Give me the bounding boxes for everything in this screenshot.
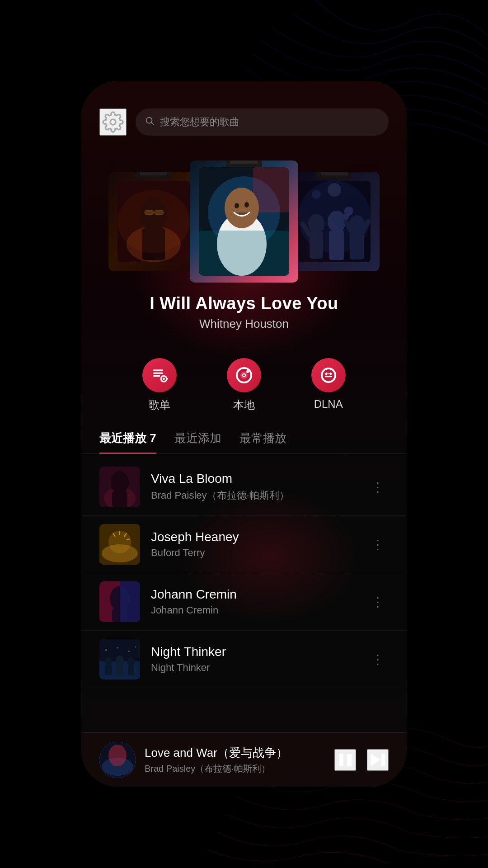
tab-recent-count: 7 xyxy=(150,431,156,445)
now-playing-info: I Will Always Love You Whitney Houston xyxy=(131,285,357,335)
song-more-1[interactable]: ⋮ xyxy=(367,475,389,499)
svg-point-0 xyxy=(110,119,116,125)
settings-button[interactable] xyxy=(99,108,127,136)
svg-point-74 xyxy=(128,651,130,652)
svg-rect-25 xyxy=(329,231,344,260)
song-info-1: Viva La Bloom Brad Paisley（布拉德·帕斯利） xyxy=(151,472,356,502)
pause-button[interactable] xyxy=(334,749,356,771)
svg-rect-18 xyxy=(199,231,289,276)
playlist-icon-circle xyxy=(142,358,177,392)
song-thumbnail-4 xyxy=(99,639,140,679)
svg-point-54 xyxy=(102,544,138,562)
svg-rect-83 xyxy=(381,754,385,766)
local-icon-circle xyxy=(227,358,261,392)
phone-content: 搜索您想要的歌曲 xyxy=(81,81,407,787)
now-playing-artist: Brad Paisley（布拉德·帕斯利） xyxy=(145,763,325,775)
featured-song-artist: Whitney Houston xyxy=(150,317,338,331)
svg-line-2 xyxy=(151,123,154,125)
song-thumbnail-1 xyxy=(99,467,140,507)
list-item[interactable]: Viva La Bloom Brad Paisley（布拉德·帕斯利） ⋮ xyxy=(81,458,407,516)
album-art-center xyxy=(190,160,298,283)
list-item[interactable]: Joseph Heaney Buford Terry ⋮ xyxy=(81,516,407,573)
song-artist-4: Night Thinker xyxy=(151,662,356,674)
tab-most-label: 最常播放 xyxy=(239,431,286,445)
svg-point-33 xyxy=(312,190,321,199)
search-placeholder-text: 搜索您想要的歌曲 xyxy=(160,115,239,129)
nav-local[interactable]: 本地 xyxy=(227,358,261,412)
song-more-3[interactable]: ⋮ xyxy=(367,590,389,614)
svg-point-50 xyxy=(111,471,129,494)
svg-point-45 xyxy=(246,370,249,373)
svg-rect-29 xyxy=(350,233,364,259)
now-playing-song-info: Love and War（爱与战争） Brad Paisley（布拉德·帕斯利） xyxy=(145,745,325,775)
vinyl-carousel xyxy=(90,158,398,285)
svg-rect-35 xyxy=(153,373,163,374)
search-icon xyxy=(145,116,155,128)
svg-rect-36 xyxy=(153,375,160,377)
tab-most[interactable]: 最常播放 xyxy=(239,430,286,453)
search-bar[interactable]: 搜索您想要的歌曲 xyxy=(136,108,389,136)
svg-point-15 xyxy=(225,188,259,228)
svg-point-47 xyxy=(323,369,334,381)
svg-point-38 xyxy=(163,378,165,380)
svg-marker-82 xyxy=(371,754,380,766)
song-artist-1: Brad Paisley（布拉德·帕斯利） xyxy=(151,489,356,502)
song-thumbnail-3 xyxy=(99,581,140,622)
svg-point-21 xyxy=(308,214,324,234)
song-more-2[interactable]: ⋮ xyxy=(367,533,389,557)
nav-playlist[interactable]: 歌单 xyxy=(142,358,177,412)
vinyl-card-right[interactable] xyxy=(289,172,380,271)
tab-recent[interactable]: 最近播放 7 xyxy=(99,430,156,453)
list-item[interactable]: Johann Cremin Johann Cremin ⋮ xyxy=(81,573,407,631)
svg-point-17 xyxy=(244,202,249,208)
svg-point-70 xyxy=(127,657,135,666)
carousel-section: I Will Always Love You Whitney Houston xyxy=(81,145,407,340)
vinyl-card-left[interactable] xyxy=(108,172,199,271)
now-playing-thumbnail xyxy=(99,742,136,778)
nav-dlna[interactable]: DLNA xyxy=(311,358,346,412)
phone-shell: 搜索您想要的歌曲 xyxy=(81,81,407,787)
svg-point-68 xyxy=(116,656,124,665)
tab-added[interactable]: 最近添加 xyxy=(174,430,221,453)
svg-rect-34 xyxy=(153,369,163,371)
svg-point-27 xyxy=(344,207,353,216)
nav-icons-row: 歌单 本地 xyxy=(81,344,407,426)
vinyl-disk-right xyxy=(316,172,352,179)
svg-rect-69 xyxy=(116,665,123,675)
featured-song-title: I Will Always Love You xyxy=(150,294,338,313)
vinyl-disk-center xyxy=(226,160,262,167)
svg-rect-81 xyxy=(347,754,352,766)
now-playing-title: Love and War（爱与战争） xyxy=(145,745,325,761)
tab-added-label: 最近添加 xyxy=(174,431,221,445)
top-bar: 搜索您想要的歌曲 xyxy=(81,81,407,145)
song-more-4[interactable]: ⋮ xyxy=(367,647,389,671)
song-title-1: Viva La Bloom xyxy=(151,472,356,486)
next-button[interactable] xyxy=(367,749,389,771)
song-info-4: Night Thinker Night Thinker xyxy=(151,645,356,674)
playlist-label: 歌单 xyxy=(149,398,170,412)
svg-point-73 xyxy=(117,647,118,649)
album-art-left xyxy=(108,172,199,271)
tabs-row: 最近播放 7 最近添加 最常播放 xyxy=(81,426,407,454)
svg-point-16 xyxy=(235,203,239,208)
song-list: Viva La Bloom Brad Paisley（布拉德·帕斯利） ⋮ xyxy=(81,454,407,732)
svg-point-32 xyxy=(328,183,341,197)
svg-rect-51 xyxy=(112,491,127,507)
vinyl-card-center[interactable] xyxy=(190,160,298,283)
svg-point-66 xyxy=(105,657,112,666)
local-label: 本地 xyxy=(233,398,255,412)
gear-icon xyxy=(102,111,124,133)
now-playing-controls xyxy=(334,749,389,771)
song-title-2: Joseph Heaney xyxy=(151,530,356,544)
svg-rect-80 xyxy=(339,754,343,766)
now-playing-bar[interactable]: Love and War（爱与战争） Brad Paisley（布拉德·帕斯利） xyxy=(81,732,407,787)
song-artist-3: Johann Cremin xyxy=(151,604,356,616)
song-artist-2: Buford Terry xyxy=(151,547,356,559)
dlna-label: DLNA xyxy=(314,398,343,410)
vinyl-disk-left xyxy=(136,172,172,179)
list-item[interactable]: Night Thinker Night Thinker ⋮ xyxy=(81,631,407,688)
svg-rect-63 xyxy=(120,581,140,622)
svg-rect-67 xyxy=(105,665,112,675)
tab-recent-label: 最近播放 xyxy=(99,431,146,445)
svg-point-1 xyxy=(146,118,152,123)
